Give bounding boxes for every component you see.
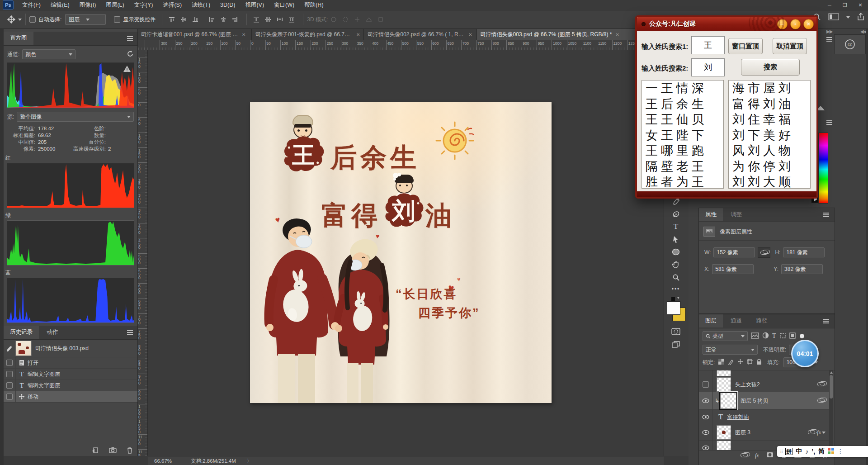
history-state-row[interactable]: 打开: [4, 357, 137, 369]
ime-punctuation-toggle[interactable]: ’,: [811, 448, 815, 455]
status-chevron[interactable]: 〉: [247, 458, 252, 465]
history-source-checkbox[interactable]: [4, 357, 16, 368]
layer-fx-icon[interactable]: fx: [817, 429, 821, 436]
tab-history[interactable]: 历史记录: [4, 326, 39, 339]
layer-row-selected[interactable]: ↳ 图层 5 拷贝: [699, 392, 829, 410]
name-result-item[interactable]: 刘下美好: [729, 128, 810, 143]
panel-menu-icon[interactable]: [127, 38, 133, 39]
restore-button[interactable]: ❐: [837, 0, 853, 10]
tab-histogram[interactable]: 直方图: [4, 32, 33, 45]
name-result-item[interactable]: 女王陛下: [642, 128, 723, 143]
ime-toolbar[interactable]: ⠿ 拼 中 ♪ ’, 简 ⋮: [777, 446, 868, 457]
lock-artboard-icon[interactable]: [747, 359, 753, 366]
document-tab[interactable]: 司泞头像亲子001-恢复的.psd @ 66.7% ... ✕: [252, 29, 364, 40]
link-layers-icon[interactable]: [741, 452, 748, 459]
channel-dropdown[interactable]: 颜色: [22, 49, 75, 59]
creative-cloud-panel[interactable]: cc: [834, 34, 866, 54]
name-result-item[interactable]: 刘刘大顺: [729, 174, 810, 189]
path-selection-tool[interactable]: [668, 233, 684, 245]
pin-window-button[interactable]: 窗口置顶: [728, 38, 763, 54]
expand-dock-icon[interactable]: ▶▶: [826, 29, 832, 34]
width-field[interactable]: 152 像素: [713, 247, 755, 257]
document-tab[interactable]: 司泞卡通谐音001.psd @ 66.7% (图层 6,... ✕: [137, 29, 252, 40]
layer-filter-dropdown[interactable]: 类型: [703, 331, 748, 341]
scrollbar-thumb[interactable]: [830, 375, 833, 399]
filter-adjustment-layers-icon[interactable]: [762, 332, 769, 340]
plugin-window[interactable]: 公众号:凡仁创课 ─ ▫ ✕ 输入姓氏搜索1: 王 窗口置顶 取消置顶 输入姓氏…: [635, 15, 818, 199]
menu-item[interactable]: 文件(F): [17, 0, 46, 10]
plugin-search2-input[interactable]: 刘: [691, 58, 725, 76]
lock-position-icon[interactable]: [737, 359, 743, 366]
panel-menu-icon[interactable]: [826, 122, 832, 123]
foreground-color-swatch[interactable]: [667, 301, 680, 315]
tab-properties[interactable]: 属性: [699, 208, 723, 221]
hue-spectrum-bar[interactable]: [818, 133, 828, 204]
history-state-row[interactable]: T 编辑文字图层: [4, 380, 137, 391]
document-canvas[interactable]: 王 后余生: [250, 102, 552, 403]
layer-thumbnail[interactable]: [717, 425, 731, 440]
x-field[interactable]: 581 像素: [712, 264, 754, 274]
tool-preset-caret[interactable]: [18, 19, 22, 21]
ime-drag-handle[interactable]: ⠿: [780, 449, 782, 454]
pen-tool[interactable]: [668, 208, 684, 220]
lock-pixels-icon[interactable]: [728, 359, 734, 366]
layer-row[interactable]: T 富得刘油: [699, 409, 829, 425]
menu-item[interactable]: 图层(L): [101, 0, 129, 10]
plugin-search1-input[interactable]: 王: [691, 36, 725, 54]
visibility-eye-icon[interactable]: [699, 440, 713, 450]
name-result-item[interactable]: 为你停刘: [729, 159, 810, 175]
layer-name[interactable]: 头上女孩2: [735, 381, 760, 389]
layer-thumbnail[interactable]: [717, 377, 731, 392]
align-top-edges-icon[interactable]: [167, 15, 177, 24]
name-result-item[interactable]: 风刘人物: [729, 143, 810, 159]
zoom-tool[interactable]: [668, 271, 684, 283]
screen-mode-icon[interactable]: [668, 338, 684, 350]
name-result-item[interactable]: 王哪里跑: [642, 143, 723, 159]
lock-transparency-icon[interactable]: [718, 359, 724, 366]
filter-type-layers-icon[interactable]: T: [772, 332, 776, 340]
layer-name[interactable]: 富得刘油: [727, 413, 749, 421]
new-document-from-state-icon[interactable]: [92, 447, 99, 455]
tab-actions[interactable]: 动作: [40, 326, 64, 339]
ime-pinyin-mode[interactable]: 拼: [785, 448, 793, 455]
name-result-item[interactable]: 富得刘油: [729, 96, 810, 112]
distribute-hcenter-icon[interactable]: [287, 15, 297, 24]
panel-menu-icon[interactable]: [823, 214, 829, 215]
name-result-item[interactable]: 王后余生: [642, 96, 723, 112]
document-tab[interactable]: 司泞情侣头像002.psd @ 66.7% ( 1, RGB... ✕: [364, 29, 476, 40]
plugin-maximize-button[interactable]: ▫: [790, 19, 801, 29]
layer-row-partial[interactable]: [699, 370, 829, 377]
ime-simplified-toggle[interactable]: 简: [818, 447, 825, 456]
layer-style-fx-icon[interactable]: fx: [755, 452, 759, 459]
menu-item[interactable]: 视图(V): [240, 0, 269, 10]
menu-item[interactable]: 选择(S): [158, 0, 187, 10]
link-dimensions-icon[interactable]: [758, 247, 770, 258]
tab-close-icon[interactable]: ✕: [356, 32, 360, 37]
name-result-item[interactable]: 胜者为王: [642, 174, 723, 189]
name-results-list-1[interactable]: 一王情深王后余生王王仙贝女王陛下王哪里跑隔壁老王胜者为王: [642, 80, 724, 189]
layer-row[interactable]: 图层 3 fx: [699, 425, 829, 441]
tab-adjustments[interactable]: 调整: [724, 208, 748, 221]
quick-mask-icon[interactable]: [668, 326, 684, 337]
tab-layers[interactable]: 图层: [699, 314, 723, 327]
zoom-level-field[interactable]: 66.67%: [154, 458, 181, 464]
plugin-title-bar[interactable]: 公众号:凡仁创课 ─ ▫ ✕: [637, 17, 816, 31]
name-results-list-2[interactable]: 海市屋刘富得刘油刘住幸福刘下美好风刘人物为你停刘刘刘大顺: [728, 80, 811, 189]
horizontal-ruler[interactable]: 3002502001501005005010015020025030035040…: [137, 40, 664, 50]
layer-row[interactable]: 头上女孩2: [699, 377, 829, 393]
menu-item[interactable]: 文字(Y): [129, 0, 158, 10]
history-state-row[interactable]: T 编辑文字图层: [4, 369, 137, 380]
delete-state-trash-icon[interactable]: [127, 447, 133, 455]
edit-toolbar-icon[interactable]: •••: [668, 283, 684, 295]
menu-item[interactable]: 编辑(E): [46, 0, 75, 10]
align-right-edges-icon[interactable]: [230, 15, 240, 24]
menu-item[interactable]: 3D(D): [215, 0, 240, 10]
panel-menu-icon[interactable]: [127, 332, 133, 333]
name-result-item[interactable]: 隔壁老王: [642, 159, 723, 175]
ime-more-menu[interactable]: ⋮: [837, 448, 844, 455]
layer-thumbnail[interactable]: [720, 393, 736, 409]
visibility-eye-icon[interactable]: [699, 409, 713, 425]
tab-close-icon[interactable]: ✕: [468, 32, 472, 37]
tab-paths[interactable]: 路径: [750, 314, 774, 327]
vertical-ruler[interactable]: 1501005005010015020025030035040045050055…: [137, 50, 148, 456]
